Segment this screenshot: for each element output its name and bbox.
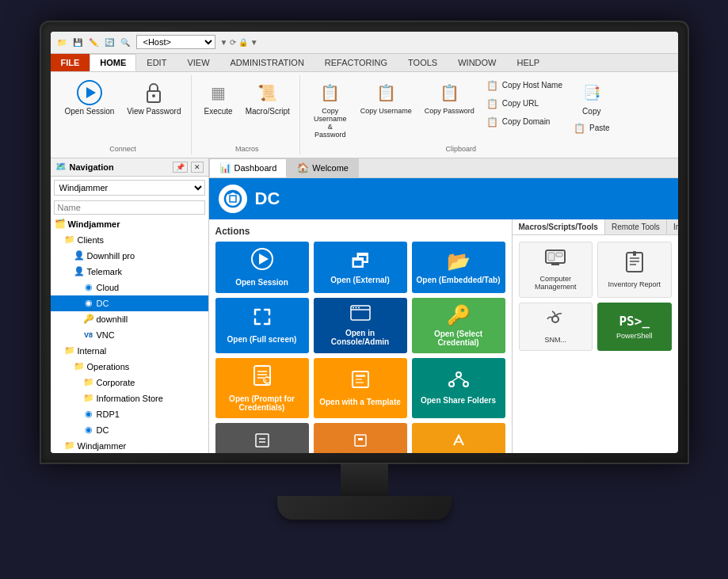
nav-pin-button[interactable]: 📌 — [173, 162, 188, 173]
tree-icon-telemark: 👤 — [73, 265, 86, 278]
svg-rect-21 — [356, 382, 364, 383]
tree-label-internal: Internal — [78, 346, 107, 356]
action-open-fullscreen[interactable]: Open (Full screen) — [215, 298, 309, 353]
tab-admin[interactable]: ADMINISTRATION — [220, 54, 314, 71]
ribbon: FILE HOME EDIT VIEW ADMINISTRATION REFAC… — [51, 54, 678, 158]
tree-item-downhill[interactable]: 🔑 downhill — [51, 311, 208, 327]
copy-url-icon: 📋 — [486, 97, 499, 110]
app-icon-save: 💾 — [71, 36, 84, 48]
action-open-template[interactable]: Open with a Template — [314, 358, 407, 418]
tab-tools[interactable]: TOOLS — [398, 54, 448, 71]
ribbon-tabs: FILE HOME EDIT VIEW ADMINISTRATION REFAC… — [51, 54, 678, 72]
tree-icon-windjammer2: 📁 — [63, 440, 76, 452]
title-bar: 📁 💾 ✏️ 🔄 🔍 <Host> ▼ ⟳ 🔒 ▼ — [51, 32, 678, 54]
open-session-button[interactable]: Open Session — [60, 77, 120, 119]
svg-marker-6 — [259, 253, 269, 265]
action-prompt-credentials[interactable]: ! Open (Prompt for Credentials) — [215, 358, 309, 418]
open-fullscreen-tile-icon — [252, 307, 273, 332]
tool-inventory-report[interactable]: Inventory Report — [597, 242, 672, 298]
tree-item-cloud[interactable]: ◉ Cloud — [51, 280, 208, 295]
tree-label-windjammer: Windjammer — [68, 219, 120, 229]
open-credential-tile-icon: 🔑 — [447, 304, 471, 326]
paste-button[interactable]: 📋 Paste — [570, 120, 614, 137]
tree-item-dc2[interactable]: ◉ DC — [51, 422, 208, 438]
tool-snm[interactable]: SNM... — [519, 303, 593, 351]
action-open-embedded[interactable]: 📂 Open (Embedded/Tab) — [412, 242, 505, 293]
svg-rect-41 — [633, 251, 636, 256]
action-share-folders[interactable]: Open Share Folders — [412, 358, 505, 418]
tree-item-dc[interactable]: ◉ DC — [51, 295, 208, 311]
tab-edit[interactable]: EDIT — [136, 54, 177, 71]
nav-close-button[interactable]: ✕ — [191, 162, 204, 173]
copy-icon: 📑 — [579, 80, 604, 105]
host-dropdown[interactable]: <Host> — [136, 35, 215, 49]
execute-button[interactable]: ▦ Execute — [200, 77, 238, 119]
view-password-button[interactable]: View Password — [122, 77, 185, 119]
tab-home[interactable]: HOME — [90, 54, 136, 71]
tabs-bar: 📊 Dashboard 🏠 Welcome — [209, 158, 678, 178]
svg-rect-19 — [356, 375, 365, 377]
tree-item-vnc[interactable]: V8 VNC — [51, 327, 208, 343]
action-open-embedded-label: Open (Embedded/Tab) — [417, 276, 501, 284]
nav-dropdown[interactable]: Windjammer — [54, 180, 205, 196]
open-session-tile-icon — [251, 248, 273, 275]
svg-point-22 — [456, 372, 461, 377]
tab-welcome[interactable]: 🏠 Welcome — [287, 158, 359, 177]
action-open-session[interactable]: Open Session — [215, 242, 309, 293]
actions-grid: Open Session 🗗 Open (External) — [215, 242, 505, 418]
tab-file[interactable]: FILE — [51, 54, 90, 71]
tree-item-internal[interactable]: 📁 Internal — [51, 343, 208, 359]
tree-label-operations: Operations — [87, 362, 130, 371]
connect-group-label: Connect — [109, 143, 136, 153]
copy-password-button[interactable]: 📋 Copy Password — [420, 77, 479, 118]
right-tab-macros[interactable]: Macros/Scripts/Tools — [513, 219, 605, 234]
open-session-label: Open Session — [65, 107, 115, 116]
copy-url-button[interactable]: 📋 Copy URL — [482, 95, 566, 112]
tree-icon-windjammer: 🗂️ — [54, 218, 67, 230]
macros-group-label: Macros — [235, 143, 259, 153]
tree-label-dc2: DC — [97, 425, 109, 435]
action-extra-1[interactable] — [215, 423, 309, 453]
execute-icon: ▦ — [206, 80, 231, 105]
action-open-external-label: Open (External) — [330, 276, 389, 284]
tree-item-downhill-pro[interactable]: 👤 Downhill pro — [51, 248, 208, 264]
tree-item-telemark[interactable]: 👤 Telemark — [51, 264, 208, 280]
copy-host-name-button[interactable]: 📋 Copy Host Name — [482, 77, 566, 94]
tree-item-operations[interactable]: 📁 Operations — [51, 359, 208, 375]
open-external-tile-icon: 🗗 — [351, 250, 370, 272]
navigation-panel: 🗺️ Navigation 📌 ✕ Windjammer — [51, 158, 209, 453]
action-open-console[interactable]: Open in Console/Admin — [314, 298, 407, 353]
tree-item-windjammer-root[interactable]: 🗂️ Windjammer — [51, 216, 208, 232]
tree-item-info-store[interactable]: 📁 Information Store — [51, 390, 208, 406]
copy-user-pass-icon: 📋 — [318, 80, 343, 105]
copy-username-button[interactable]: 📋 Copy Username — [356, 77, 417, 118]
action-open-credential[interactable]: 🔑 Open (Select Credential) — [412, 298, 505, 353]
open-session-icon — [77, 80, 102, 105]
tree-item-rdp1[interactable]: ◉ RDP1 — [51, 406, 208, 422]
copy-button[interactable]: 📑 Copy — [570, 77, 614, 119]
tree-item-windjammer2[interactable]: 📁 Windjammer — [51, 438, 208, 453]
copy-domain-button[interactable]: 📋 Copy Domain — [482, 113, 566, 131]
open-console-tile-icon — [350, 305, 371, 326]
tool-powershell[interactable]: PS>_ PowerShell — [597, 303, 672, 351]
tab-refactoring[interactable]: REFACTORING — [314, 54, 398, 71]
action-extra-2[interactable] — [314, 423, 407, 453]
copy-user-pass-button[interactable]: 📋 Copy Username & Password — [308, 77, 353, 142]
dashboard-tab-label: Dashboard — [234, 163, 277, 173]
action-open-external[interactable]: 🗗 Open (External) — [314, 242, 407, 293]
clipboard-buttons: 📋 Copy Username & Password 📋 Copy Userna… — [308, 77, 614, 142]
tool-computer-management[interactable]: Computer Management — [519, 242, 593, 298]
tab-help[interactable]: HELP — [506, 54, 550, 71]
tab-dashboard[interactable]: 📊 Dashboard — [209, 158, 288, 177]
svg-point-10 — [355, 307, 356, 308]
tree-item-clients[interactable]: 📁 Clients — [51, 232, 208, 248]
action-share-folders-label: Open Share Folders — [421, 396, 496, 405]
tab-view[interactable]: VIEW — [177, 54, 219, 71]
tree-item-corporate[interactable]: 📁 Corporate — [51, 375, 208, 390]
right-tab-info[interactable]: Info — [667, 219, 678, 234]
nav-search-input[interactable] — [54, 200, 205, 215]
action-extra-3[interactable] — [412, 423, 505, 453]
macro-script-button[interactable]: 📜 Macro/Script — [241, 77, 295, 119]
right-tab-remote[interactable]: Remote Tools — [605, 219, 667, 234]
tab-window[interactable]: WINDOW — [448, 54, 506, 71]
